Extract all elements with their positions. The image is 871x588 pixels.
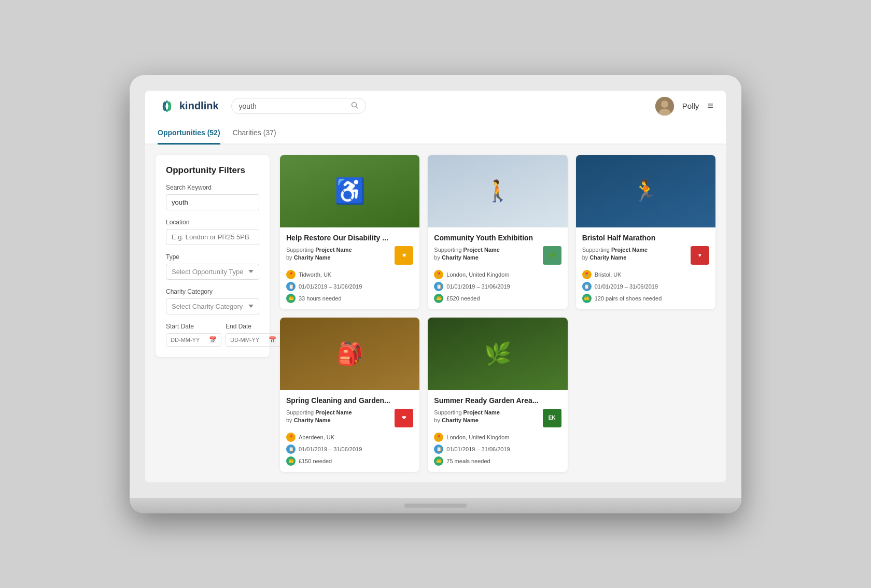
start-date-group: Start Date 📅 xyxy=(166,323,221,347)
dates-text: 01/01/2019 – 31/06/2019 xyxy=(446,283,510,290)
avatar xyxy=(655,97,674,116)
card-title: Bristol Half Marathon xyxy=(582,234,709,242)
need-icon: 🤲 xyxy=(434,294,443,303)
location-icon: 📍 xyxy=(286,270,296,279)
end-date-input[interactable] xyxy=(230,337,266,343)
location-icon: 📍 xyxy=(286,433,296,442)
start-date-input[interactable] xyxy=(171,337,207,343)
location-meta: 📍 Aberdeen, UK xyxy=(286,433,413,442)
search-bar[interactable] xyxy=(231,98,366,114)
end-date-input-wrap[interactable]: 📅 xyxy=(226,333,281,347)
end-date-group: End Date 📅 xyxy=(226,323,281,347)
card-body: Bristol Half Marathon Supporting Project… xyxy=(576,227,715,309)
header-right: Polly ≡ xyxy=(655,97,713,116)
need-text: 33 hours needed xyxy=(299,295,342,302)
card-supporting: Supporting Project Name by Charity Name … xyxy=(582,246,709,265)
need-icon: 🤲 xyxy=(286,294,296,303)
opportunity-card[interactable]: 🚶 Community Youth Exhibition Supporting … xyxy=(428,155,567,309)
card-title: Spring Cleaning and Garden... xyxy=(286,396,413,405)
dates-text: 01/01/2019 – 31/06/2019 xyxy=(446,446,510,452)
location-text: London, United Kingdom xyxy=(446,434,509,440)
location-text: Tidworth, UK xyxy=(299,271,331,278)
opportunity-card[interactable]: ♿ Help Restore Our Disability ... Suppor… xyxy=(280,155,419,309)
card-supporting: Supporting Project Name by Charity Name … xyxy=(434,409,561,427)
kindlink-logo-icon xyxy=(158,97,176,116)
laptop-frame: kindlink Polly ≡ Opportunities (52) xyxy=(130,75,741,513)
card-title: Summer Ready Garden Area... xyxy=(434,396,561,405)
tab-charities[interactable]: Charities (37) xyxy=(233,122,276,145)
date-icon: 📋 xyxy=(286,282,296,291)
dates-meta: 📋 01/01/2019 – 31/06/2019 xyxy=(286,444,413,454)
need-icon: 🤲 xyxy=(582,294,592,303)
start-date-input-wrap[interactable]: 📅 xyxy=(166,333,221,347)
opportunity-card[interactable]: 🏃 Bristol Half Marathon Supporting Proje… xyxy=(576,155,715,309)
charity-logo: ❤ xyxy=(395,409,413,427)
location-input[interactable] xyxy=(166,229,259,245)
dates-meta: 📋 01/01/2019 – 31/06/2019 xyxy=(286,282,413,291)
search-input[interactable] xyxy=(239,102,347,110)
type-select[interactable]: Select Opportunity Type xyxy=(166,264,259,280)
card-meta: 📍 Bristol, UK 📋 01/01/2019 – 31/06/2019 … xyxy=(582,270,709,303)
charity-category-select[interactable]: Select Charity Category xyxy=(166,298,259,314)
location-filter-group: Location xyxy=(166,219,259,245)
need-meta: 🤲 75 meals needed xyxy=(434,456,561,466)
tab-opportunities[interactable]: Opportunities (52) xyxy=(158,122,220,145)
search-icon xyxy=(351,102,358,110)
location-meta: 📍 London, United Kingdom xyxy=(434,270,561,279)
date-row: Start Date 📅 End Date 📅 xyxy=(166,323,259,347)
logo[interactable]: kindlink xyxy=(158,97,219,116)
date-icon: 📋 xyxy=(286,444,296,454)
need-text: 75 meals needed xyxy=(446,458,490,464)
need-text: £150 needed xyxy=(299,458,332,464)
location-text: London, United Kingdom xyxy=(446,271,509,278)
location-icon: 📍 xyxy=(582,270,592,279)
card-supporting-text: Supporting Project Name by Charity Name xyxy=(434,409,500,425)
filters-panel: Opportunity Filters Search Keyword Locat… xyxy=(156,155,270,357)
need-meta: 🤲 33 hours needed xyxy=(286,294,413,303)
laptop-notch xyxy=(404,504,467,508)
laptop-screen: kindlink Polly ≡ Opportunities (52) xyxy=(145,91,726,482)
cards-grid: ♿ Help Restore Our Disability ... Suppor… xyxy=(280,155,715,472)
dates-meta: 📋 01/01/2019 – 31/06/2019 xyxy=(434,444,561,454)
date-icon: 📋 xyxy=(434,282,443,291)
type-filter-group: Type Select Opportunity Type xyxy=(166,253,259,280)
location-icon: 📍 xyxy=(434,270,443,279)
start-date-label: Start Date xyxy=(166,323,221,330)
opportunity-card[interactable]: 🎒 Spring Cleaning and Garden... Supporti… xyxy=(280,318,419,472)
date-icon: 📋 xyxy=(582,282,592,291)
card-supporting-text: Supporting Project Name by Charity Name xyxy=(286,246,352,262)
dates-text: 01/01/2019 – 31/06/2019 xyxy=(299,446,362,452)
dates-meta: 📋 01/01/2019 – 31/06/2019 xyxy=(582,282,709,291)
svg-line-1 xyxy=(356,107,358,109)
filters-title: Opportunity Filters xyxy=(166,165,259,176)
card-title: Community Youth Exhibition xyxy=(434,234,561,242)
card-title: Help Restore Our Disability ... xyxy=(286,234,413,242)
charity-logo: EK xyxy=(543,409,561,427)
svg-point-3 xyxy=(661,101,668,108)
hamburger-menu-icon[interactable]: ≡ xyxy=(707,100,713,112)
tabs-bar: Opportunities (52) Charities (37) xyxy=(145,122,726,145)
charity-category-filter-group: Charity Category Select Charity Category xyxy=(166,288,259,314)
card-body: Help Restore Our Disability ... Supporti… xyxy=(280,227,419,309)
card-supporting: Supporting Project Name by Charity Name … xyxy=(286,246,413,265)
location-label: Location xyxy=(166,219,259,226)
user-name: Polly xyxy=(682,102,699,110)
end-date-label: End Date xyxy=(226,323,281,330)
location-text: Aberdeen, UK xyxy=(299,434,334,440)
location-meta: 📍 Bristol, UK xyxy=(582,270,709,279)
calendar-icon-end: 📅 xyxy=(269,336,276,343)
need-icon: 🤲 xyxy=(434,456,443,466)
location-text: Bristol, UK xyxy=(595,271,622,278)
charity-logo: ★ xyxy=(395,246,413,265)
card-body: Community Youth Exhibition Supporting Pr… xyxy=(428,227,567,309)
dates-text: 01/01/2019 – 31/06/2019 xyxy=(595,283,658,290)
main-content: Opportunity Filters Search Keyword Locat… xyxy=(145,145,726,482)
opportunity-card[interactable]: 🌿 Summer Ready Garden Area... Supporting… xyxy=(428,318,567,472)
card-meta: 📍 London, United Kingdom 📋 01/01/2019 – … xyxy=(434,433,561,466)
keyword-input[interactable] xyxy=(166,194,259,210)
header: kindlink Polly ≡ xyxy=(145,91,726,122)
need-meta: 🤲 £150 needed xyxy=(286,456,413,466)
location-meta: 📍 Tidworth, UK xyxy=(286,270,413,279)
charity-logo: ♥ xyxy=(691,246,709,265)
dates-meta: 📋 01/01/2019 – 31/06/2019 xyxy=(434,282,561,291)
